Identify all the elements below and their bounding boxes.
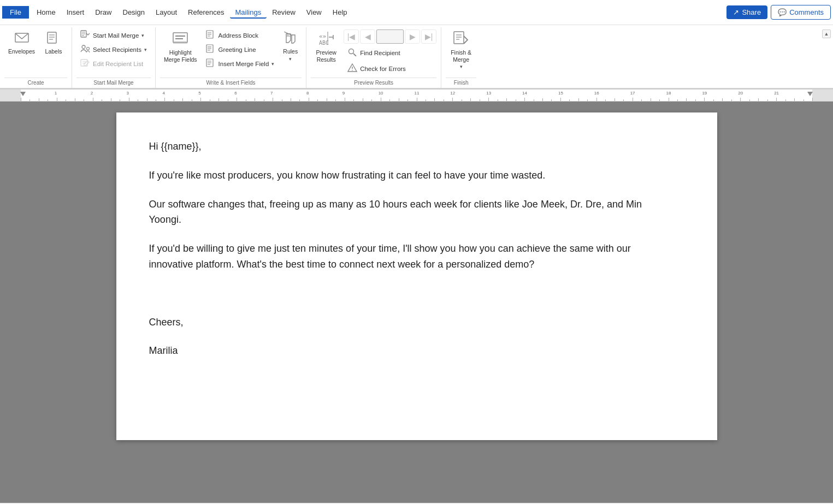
menu-layout[interactable]: Layout: [150, 6, 182, 19]
share-button[interactable]: ↗ Share: [726, 5, 767, 19]
prev-record-button[interactable]: ◀: [360, 29, 375, 44]
comments-label: Comments: [789, 8, 824, 16]
ruler-inner: (function(){ const inner = document.quer…: [0, 90, 833, 101]
greeting-line-icon: [206, 44, 216, 55]
last-record-button[interactable]: ▶|: [421, 29, 436, 44]
menu-help[interactable]: Help: [327, 6, 353, 19]
highlight-merge-fields-icon: [172, 31, 188, 48]
document-page: Hi {{name}}, If you're like most produce…: [116, 112, 717, 440]
select-recipients-icon: [80, 44, 90, 55]
start-mail-merge-group-label: Start Mail Merge: [76, 78, 151, 88]
svg-rect-1: [48, 32, 56, 43]
finish-buttons: Finish &Merge ▾: [446, 28, 476, 78]
edit-recipient-list-icon: [80, 58, 90, 69]
write-insert-group-label: Write & Insert Fields: [160, 78, 302, 88]
finish-merge-icon: [453, 31, 469, 48]
menu-view[interactable]: View: [301, 6, 327, 19]
paragraph-spacer: [149, 286, 674, 301]
address-block-button[interactable]: Address Block: [202, 28, 279, 42]
rules-button[interactable]: Rules ▾: [279, 29, 302, 64]
edit-recipient-list-button: Edit Recipient List: [76, 57, 151, 70]
find-recipient-button[interactable]: Find Recipient: [344, 46, 436, 60]
svg-point-36: [349, 49, 354, 54]
next-record-button[interactable]: ▶: [405, 29, 420, 44]
ribbon-container: File Home Insert Draw Design Layout Refe…: [0, 0, 833, 90]
signature-text: Marilia: [149, 345, 178, 356]
insert-merge-field-icon: [206, 58, 216, 69]
toolbar-right: ↗ Share 💬 Comments: [726, 5, 831, 20]
find-recipient-label: Find Recipient: [360, 50, 400, 56]
ruler: (function(){ const inner = document.quer…: [0, 90, 833, 102]
finish-group-label: Finish: [446, 78, 476, 88]
check-for-errors-icon: [347, 63, 357, 74]
preview-buttons: «» ABC PreviewResults |◀ ◀: [311, 28, 436, 78]
envelopes-icon: [14, 31, 29, 47]
insert-merge-field-button[interactable]: Insert Merge Field ▾: [202, 57, 279, 70]
menu-references[interactable]: References: [182, 6, 229, 19]
preview-results-icon: «» ABC: [318, 31, 334, 48]
menu-file[interactable]: File: [2, 6, 29, 19]
highlight-merge-fields-label: HighlightMerge Fields: [164, 49, 197, 63]
ribbon-collapse-area: ▲: [822, 27, 833, 88]
ribbon-group-write-insert: HighlightMerge Fields Address Block Gree…: [156, 27, 306, 88]
comments-button[interactable]: 💬 Comments: [771, 5, 831, 20]
start-mail-merge-label: Start Mail Merge: [93, 32, 139, 39]
document-area: Hi {{name}}, If you're like most produce…: [0, 102, 833, 503]
check-for-errors-button[interactable]: Check for Errors: [344, 62, 436, 75]
menu-insert[interactable]: Insert: [61, 6, 90, 19]
greeting-text: Hi {{name}},: [149, 141, 202, 152]
menu-mailings[interactable]: Mailings: [230, 6, 267, 19]
menu-draw[interactable]: Draw: [90, 6, 117, 19]
comments-icon: 💬: [778, 8, 787, 16]
preview-results-button[interactable]: «» ABC PreviewResults: [311, 28, 341, 65]
nav-col: |◀ ◀ ▶ ▶| Find Recipient: [344, 28, 436, 75]
ribbon-collapse-button[interactable]: ▲: [822, 29, 831, 38]
finish-merge-dropdown: ▾: [460, 64, 463, 69]
write-insert-buttons: HighlightMerge Fields Address Block Gree…: [160, 28, 302, 78]
paragraph-1-text: If you're like most producers, you know …: [149, 170, 546, 181]
record-number-input[interactable]: [376, 29, 404, 44]
left-indent-marker[interactable]: [20, 92, 26, 96]
select-recipients-button[interactable]: Select Recipients ▾: [76, 43, 151, 56]
closing-text: Cheers,: [149, 317, 184, 328]
first-record-button[interactable]: |◀: [344, 29, 359, 44]
labels-label: Labels: [45, 48, 62, 55]
select-recipients-label: Select Recipients: [93, 46, 141, 53]
paragraph-closing: Cheers,: [149, 315, 674, 330]
insert-merge-field-dropdown: ▾: [271, 61, 274, 67]
rules-label: Rules: [283, 48, 298, 55]
svg-rect-41: [454, 32, 464, 44]
start-mail-merge-dropdown: ▾: [141, 33, 144, 38]
paragraph-greeting: Hi {{name}},: [149, 139, 674, 155]
labels-button[interactable]: Labels: [40, 28, 67, 57]
rules-col: Rules ▾: [279, 28, 302, 64]
envelopes-button[interactable]: Envelopes: [4, 28, 39, 57]
svg-text:«»: «»: [319, 33, 326, 40]
highlight-merge-fields-button[interactable]: HighlightMerge Fields: [160, 28, 201, 65]
rules-icon: [284, 32, 297, 47]
find-recipient-icon: [347, 48, 357, 58]
check-for-errors-label: Check for Errors: [360, 66, 406, 72]
start-mail-merge-icon: [80, 30, 90, 40]
svg-point-10: [87, 48, 90, 50]
paragraph-2-text: Our software changes that, freeing up as…: [149, 199, 642, 226]
svg-text:ABC: ABC: [319, 40, 329, 46]
edit-recipient-list-label: Edit Recipient List: [93, 61, 143, 67]
greeting-line-button[interactable]: Greeting Line: [202, 43, 279, 56]
menu-home[interactable]: Home: [31, 6, 61, 19]
menu-review[interactable]: Review: [267, 6, 301, 19]
finish-merge-label: Finish &Merge: [451, 49, 471, 63]
paragraph-3-text: If you'd be willing to give me just ten …: [149, 243, 631, 270]
address-block-icon: [206, 30, 216, 40]
ribbon-group-start-mail-merge: Start Mail Merge ▾ Select Recipients ▾: [72, 27, 156, 88]
svg-point-9: [82, 45, 85, 49]
ribbon-group-preview: «» ABC PreviewResults |◀ ◀: [306, 27, 441, 88]
svg-rect-17: [173, 41, 187, 44]
right-indent-marker[interactable]: [807, 92, 813, 96]
page-content[interactable]: Hi {{name}}, If you're like most produce…: [149, 139, 674, 359]
create-buttons: Envelopes Labels: [4, 28, 67, 78]
menu-design[interactable]: Design: [117, 6, 150, 19]
ribbon-group-finish: Finish &Merge ▾ Finish: [441, 27, 481, 88]
start-mail-merge-button[interactable]: Start Mail Merge ▾: [76, 28, 151, 42]
finish-merge-button[interactable]: Finish &Merge ▾: [446, 28, 476, 72]
